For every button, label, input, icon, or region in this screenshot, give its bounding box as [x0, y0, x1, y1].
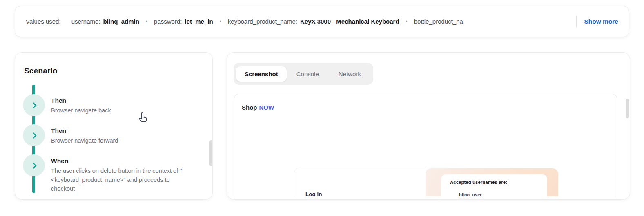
scenario-scrollbar[interactable]: [209, 140, 213, 166]
value-pair-value: let_me_in: [185, 18, 213, 25]
info-panel-peach: Accepted usernames are: blinq_user: [426, 168, 558, 196]
step-icon-circle[interactable]: [23, 124, 45, 146]
step-item[interactable]: When The user clicks on delete button in…: [23, 154, 192, 193]
value-pair: password: let_me_in: [154, 18, 213, 25]
screenshot-viewport: ShopNOW Log In Accepted usernames are: b…: [234, 94, 617, 196]
tab-screenshot[interactable]: Screenshot: [236, 66, 287, 82]
scenario-panel: Scenario Then Browser navigate back Then…: [15, 52, 213, 200]
login-card-preview: Log In Accepted usernames are: blinq_use…: [294, 168, 558, 196]
tab-network[interactable]: Network: [329, 66, 371, 82]
shop-brand: ShopNOW: [242, 104, 274, 111]
step-icon-circle[interactable]: [23, 94, 45, 116]
step-keyword: Then: [51, 126, 192, 136]
brand-now-text: NOW: [259, 104, 274, 111]
test-results-page: Values used: username: blinq_admin • pas…: [0, 0, 644, 216]
chevron-right-icon: [30, 102, 37, 108]
value-pair-value: KeyX 3000 - Mechanical Keyboard: [300, 18, 399, 25]
step-description: The user clicks on delete button in the …: [51, 166, 192, 193]
step-keyword: Then: [51, 96, 192, 106]
value-pair-key: password:: [154, 18, 182, 25]
bullet-separator: •: [146, 19, 147, 24]
accepted-username-item: blinq_user: [459, 192, 482, 196]
chevron-right-icon: [30, 162, 37, 169]
login-form-area: Log In: [294, 168, 426, 196]
value-pair: bottle_product_na: [414, 18, 463, 25]
step-item[interactable]: Then Browser navigate back: [23, 94, 192, 116]
step-description: Browser navigate back: [51, 106, 192, 115]
scenario-timeline: Then Browser navigate back Then Browser …: [15, 53, 212, 199]
values-used-list: username: blinq_admin • password: let_me…: [71, 18, 572, 25]
details-panel: ScreenshotConsoleNetwork ShopNOW Log In …: [227, 52, 630, 200]
values-used-bar: Values used: username: blinq_admin • pas…: [15, 6, 629, 37]
accepted-usernames-title: Accepted usernames are:: [450, 180, 507, 185]
details-scrollbar[interactable]: [626, 99, 629, 118]
value-pair: username: blinq_admin: [71, 18, 139, 25]
values-used-label: Values used:: [26, 18, 61, 25]
step-text: When The user clicks on delete button in…: [51, 156, 192, 193]
accepted-usernames-card: Accepted usernames are: blinq_user: [441, 174, 547, 196]
divider: [576, 16, 577, 27]
step-description: Browser navigate forward: [51, 136, 192, 145]
bullet-separator: •: [406, 19, 408, 24]
step-item[interactable]: Then Browser navigate forward: [23, 124, 192, 146]
step-text: Then Browser navigate forward: [51, 126, 192, 146]
step-text: Then Browser navigate back: [51, 96, 192, 116]
value-pair: keyboard_product_name: KeyX 3000 - Mecha…: [228, 18, 399, 25]
login-title: Log In: [305, 191, 322, 196]
value-pair-key: username:: [71, 18, 100, 25]
brand-shop-text: Shop: [242, 104, 257, 111]
chevron-right-icon: [30, 132, 37, 139]
tab-bar: ScreenshotConsoleNetwork: [234, 63, 373, 85]
value-pair-key: bottle_product_na: [414, 18, 463, 25]
value-pair-key: keyboard_product_name:: [228, 18, 297, 25]
tab-console[interactable]: Console: [287, 66, 329, 82]
bullet-separator: •: [220, 19, 221, 24]
show-more-button[interactable]: Show more: [584, 18, 618, 25]
step-icon-circle[interactable]: [23, 154, 45, 176]
value-pair-value: blinq_admin: [103, 18, 139, 25]
step-keyword: When: [51, 156, 192, 166]
